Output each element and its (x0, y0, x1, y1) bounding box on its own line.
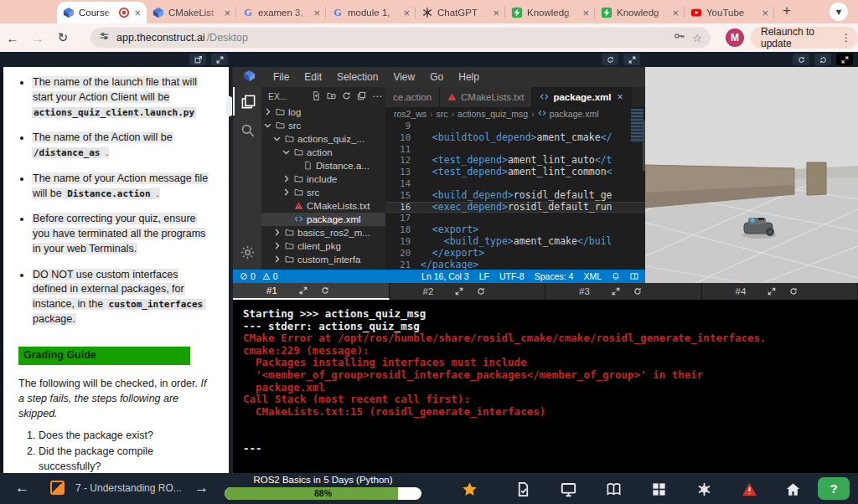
browser-tab-1[interactable]: Course× (57, 2, 147, 23)
sim-refresh-icon[interactable] (793, 54, 809, 65)
ide-refresh-icon[interactable] (602, 54, 618, 65)
sim-reset-icon[interactable] (814, 54, 831, 65)
browser-tab-7[interactable]: Knowledg× (595, 2, 685, 23)
search-icon[interactable] (233, 116, 261, 144)
prev-unit-icon[interactable]: ← (15, 480, 29, 496)
refresh-explorer-icon[interactable] (342, 91, 351, 102)
new-folder-icon[interactable] (327, 91, 336, 102)
terminal-tab-4[interactable]: #4 (702, 283, 858, 300)
password-key-icon[interactable] (674, 30, 685, 45)
tab-search-chevron-button[interactable]: ▼ (830, 3, 848, 21)
home-icon[interactable] (783, 479, 803, 499)
forward-icon[interactable]: → (25, 31, 50, 45)
tab-close-icon[interactable]: × (313, 8, 320, 18)
explorer-icon[interactable] (233, 87, 261, 116)
new-tab-button[interactable]: + (783, 3, 791, 19)
terminal-tab-1[interactable]: #1 (233, 283, 390, 300)
tab-close-icon[interactable]: × (403, 8, 410, 18)
browser-tab-2[interactable]: CMakeList× (147, 2, 236, 23)
settings-gear-icon[interactable] (233, 238, 261, 266)
browser-tab-5[interactable]: ChatGPT× (416, 2, 505, 23)
tree-item-distance-a-[interactable]: Distance.a... (261, 159, 385, 172)
browser-tab-4[interactable]: Gmodule 1,× (326, 2, 416, 23)
terminal-expand-icon[interactable] (299, 286, 308, 295)
tree-item-include[interactable]: include (261, 172, 385, 186)
bookmark-star-icon[interactable]: ☆ (692, 32, 702, 44)
editor-area[interactable]: ce.actionCMakeLists.txtpackage.xml× ros2… (385, 87, 645, 270)
browser-tab-8[interactable]: YouTube× (685, 2, 774, 23)
tab-close-icon[interactable]: × (582, 8, 589, 18)
terminal-tab-3[interactable]: #3 (545, 283, 702, 300)
status-item-xml[interactable]: XML (583, 271, 602, 281)
back-icon[interactable]: ← (0, 31, 25, 45)
reload-icon[interactable]: ↻ (50, 30, 75, 45)
tree-item-package-xml[interactable]: package.xml (261, 213, 385, 226)
relaunch-to-update-button[interactable]: Relaunch to update ⋮ (751, 27, 858, 49)
status-item-lf[interactable]: LF (479, 271, 489, 281)
editor-layout-icon[interactable] (630, 272, 638, 280)
terminal-output[interactable]: Starting >>> actions_quiz_msg--- stderr:… (233, 300, 858, 473)
status-item-ln[interactable]: Ln 16, Col 3 (421, 271, 469, 281)
terminal-refresh-icon[interactable] (477, 287, 485, 296)
terminal-tab-2[interactable]: #2 (390, 283, 546, 300)
breadcrumb-segment[interactable]: actions_quiz_msg (457, 109, 528, 119)
editor-tab-cmakelists-txt[interactable]: CMakeLists.txt (440, 87, 532, 107)
profile-avatar[interactable]: M (726, 28, 744, 47)
code-lines[interactable]: 910 <buildtool_depend>ament_cmake</1112 … (385, 120, 645, 270)
site-settings-icon[interactable] (99, 30, 110, 45)
terminal-expand-icon[interactable] (612, 287, 620, 296)
book-icon[interactable] (603, 479, 623, 499)
open-external-icon[interactable] (189, 54, 206, 65)
ide-expand-icon[interactable] (623, 54, 640, 65)
status-item-spaces[interactable]: Spaces: 4 (535, 271, 574, 281)
tab-close-icon[interactable]: × (618, 91, 623, 103)
notebook-expand-icon[interactable] (211, 54, 228, 65)
breadcrumb-segment[interactable]: src (437, 109, 448, 119)
breadcrumb-segment[interactable]: ros2_ws (394, 109, 426, 119)
tab-close-icon[interactable]: × (672, 8, 679, 18)
tree-item-client-pkg[interactable]: client_pkg (261, 239, 385, 253)
breadcrumb-segment[interactable]: package.xml (550, 109, 599, 119)
tree-item-cmakelists-txt[interactable]: CMakeLists.txt (261, 199, 385, 213)
terminal-refresh-icon[interactable] (321, 286, 329, 295)
menu-item-view[interactable]: View (385, 71, 422, 83)
menu-item-go[interactable]: Go (422, 71, 451, 83)
next-unit-icon[interactable]: → (194, 480, 209, 496)
tree-item-log[interactable]: log (261, 105, 385, 119)
editor-tab-ce-action[interactable]: ce.action (385, 87, 440, 107)
browser-tab-6[interactable]: Knowledg× (505, 2, 595, 23)
menu-item-edit[interactable]: Edit (297, 71, 329, 83)
help-button[interactable]: ? (818, 477, 850, 500)
tree-item-actions-quiz-[interactable]: actions_quiz_... (261, 132, 385, 146)
more-actions-icon[interactable]: ⋯ (372, 90, 382, 102)
sim-expand-icon[interactable] (836, 54, 853, 65)
status-item-utf-8[interactable]: UTF-8 (499, 271, 525, 281)
browser-menu-icon[interactable]: ⋮ (841, 32, 851, 44)
address-bar[interactable]: app.theconstruct.ai/Desktop ☆ (90, 28, 711, 48)
course-notebook-panel[interactable]: The name of the launch file that will st… (0, 67, 233, 473)
browser-tab-3[interactable]: Gexamen 3,× (236, 2, 326, 23)
tree-item-src[interactable]: src (261, 119, 385, 132)
errors-indicator[interactable]: 0 (240, 271, 256, 281)
unit-title[interactable]: 7 - Understanding RO... (75, 482, 184, 494)
terminal-refresh-icon[interactable] (789, 287, 798, 296)
notebook-scrollbar-thumb[interactable] (226, 96, 232, 116)
breadcrumb[interactable]: ros2_ws›src›actions_quiz_msg›package.xml (385, 107, 645, 120)
collapse-all-icon[interactable] (357, 91, 366, 102)
terminal-expand-icon[interactable] (455, 287, 463, 296)
alert-triangle-icon[interactable] (739, 479, 759, 499)
tree-item-src[interactable]: src (261, 186, 385, 199)
desktop-icon[interactable] (558, 479, 578, 499)
tab-close-icon[interactable]: × (134, 8, 141, 18)
tree-item-action[interactable]: action (261, 146, 385, 159)
favorites-star-icon[interactable] (459, 479, 479, 499)
editor-tab-package-xml[interactable]: package.xml× (532, 87, 631, 107)
menu-item-file[interactable]: File (266, 71, 297, 83)
menu-item-help[interactable]: Help (451, 71, 487, 83)
tab-close-icon[interactable]: × (224, 8, 230, 18)
assignment-check-icon[interactable] (513, 479, 533, 499)
new-file-icon[interactable] (312, 91, 321, 102)
openai-icon[interactable] (694, 479, 714, 499)
apps-grid-icon[interactable] (649, 479, 669, 499)
minimap[interactable] (631, 109, 644, 142)
